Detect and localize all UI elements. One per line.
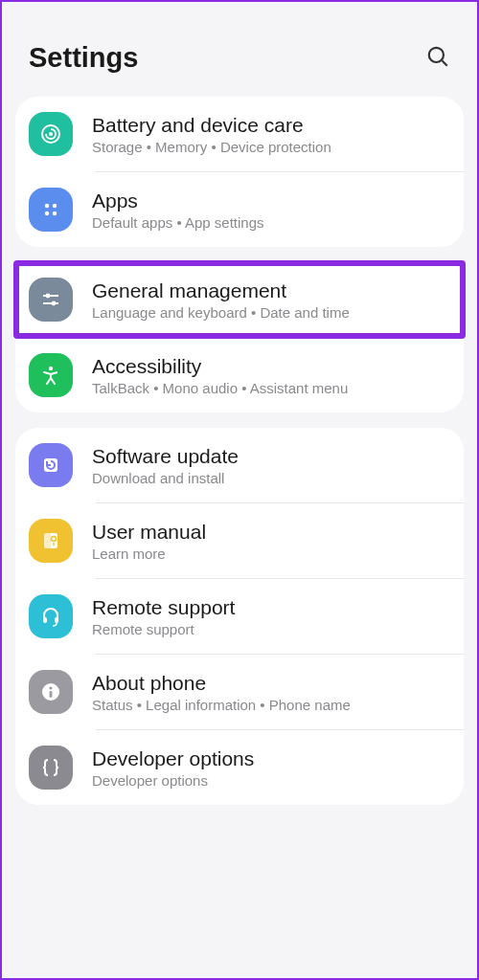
svg-rect-22 bbox=[50, 691, 53, 698]
search-icon[interactable] bbox=[425, 44, 450, 73]
code-braces-icon bbox=[29, 746, 73, 790]
svg-point-9 bbox=[46, 294, 51, 299]
item-subtitle: Storage • Memory • Device protection bbox=[92, 139, 445, 155]
svg-point-7 bbox=[53, 212, 57, 215]
book-icon bbox=[29, 519, 73, 563]
item-title: Remote support bbox=[92, 596, 445, 619]
settings-item-battery[interactable]: Battery and device care Storage • Memory… bbox=[15, 97, 464, 171]
item-title: About phone bbox=[92, 672, 445, 695]
update-icon bbox=[29, 443, 73, 487]
item-text: Battery and device care Storage • Memory… bbox=[92, 114, 445, 155]
svg-rect-15 bbox=[44, 533, 51, 548]
svg-point-3 bbox=[49, 132, 53, 136]
svg-rect-18 bbox=[43, 617, 47, 623]
item-title: User manual bbox=[92, 521, 445, 544]
settings-item-remote-support[interactable]: Remote support Remote support bbox=[15, 579, 464, 654]
svg-point-6 bbox=[45, 212, 49, 215]
item-text: User manual Learn more bbox=[92, 521, 445, 562]
settings-item-about-phone[interactable]: About phone Status • Legal information •… bbox=[15, 655, 464, 729]
svg-point-5 bbox=[53, 204, 57, 208]
svg-point-4 bbox=[45, 204, 49, 208]
item-subtitle: Status • Legal information • Phone name bbox=[92, 697, 445, 713]
svg-rect-19 bbox=[55, 617, 58, 623]
item-title: Developer options bbox=[92, 747, 445, 770]
item-text: Apps Default apps • App settings bbox=[92, 189, 445, 231]
item-title: Software update bbox=[92, 445, 445, 468]
svg-point-12 bbox=[49, 367, 53, 370]
item-title: Accessibility bbox=[92, 355, 445, 378]
item-text: Developer options Developer options bbox=[92, 747, 445, 789]
info-icon bbox=[29, 670, 73, 714]
item-title: General management bbox=[92, 279, 445, 302]
apps-icon bbox=[29, 188, 73, 232]
item-subtitle: Developer options bbox=[92, 772, 445, 789]
svg-point-0 bbox=[429, 47, 444, 61]
settings-item-software-update[interactable]: Software update Download and install bbox=[15, 428, 464, 502]
settings-item-developer-options[interactable]: Developer options Developer options bbox=[15, 730, 464, 805]
svg-point-21 bbox=[49, 686, 52, 689]
sliders-icon bbox=[29, 278, 73, 322]
page-title: Settings bbox=[29, 42, 138, 74]
settings-group: Battery and device care Storage • Memory… bbox=[15, 97, 464, 247]
item-title: Apps bbox=[92, 189, 445, 212]
item-subtitle: Learn more bbox=[92, 546, 445, 562]
item-subtitle: TalkBack • Mono audio • Assistant menu bbox=[92, 380, 445, 396]
settings-item-accessibility[interactable]: Accessibility TalkBack • Mono audio • As… bbox=[15, 338, 464, 412]
settings-item-general-management[interactable]: General management Language and keyboard… bbox=[13, 260, 466, 339]
svg-point-11 bbox=[52, 301, 57, 306]
item-subtitle: Default apps • App settings bbox=[92, 214, 445, 231]
item-subtitle: Download and install bbox=[92, 470, 445, 486]
headset-icon bbox=[29, 594, 73, 638]
item-text: About phone Status • Legal information •… bbox=[92, 672, 445, 713]
item-text: Remote support Remote support bbox=[92, 596, 445, 637]
item-subtitle: Language and keyboard • Date and time bbox=[92, 304, 445, 321]
battery-care-icon bbox=[29, 112, 73, 156]
settings-group: General management Language and keyboard… bbox=[15, 260, 464, 412]
item-title: Battery and device care bbox=[92, 114, 445, 137]
settings-group: Software update Download and install Use… bbox=[15, 428, 464, 805]
svg-line-1 bbox=[442, 60, 446, 65]
item-text: Accessibility TalkBack • Mono audio • As… bbox=[92, 355, 445, 396]
accessibility-icon bbox=[29, 353, 73, 397]
header: Settings bbox=[15, 2, 464, 97]
item-subtitle: Remote support bbox=[92, 621, 445, 637]
item-text: Software update Download and install bbox=[92, 445, 445, 486]
settings-item-apps[interactable]: Apps Default apps • App settings bbox=[15, 172, 464, 247]
settings-item-user-manual[interactable]: User manual Learn more bbox=[15, 503, 464, 578]
item-text: General management Language and keyboard… bbox=[92, 279, 445, 321]
